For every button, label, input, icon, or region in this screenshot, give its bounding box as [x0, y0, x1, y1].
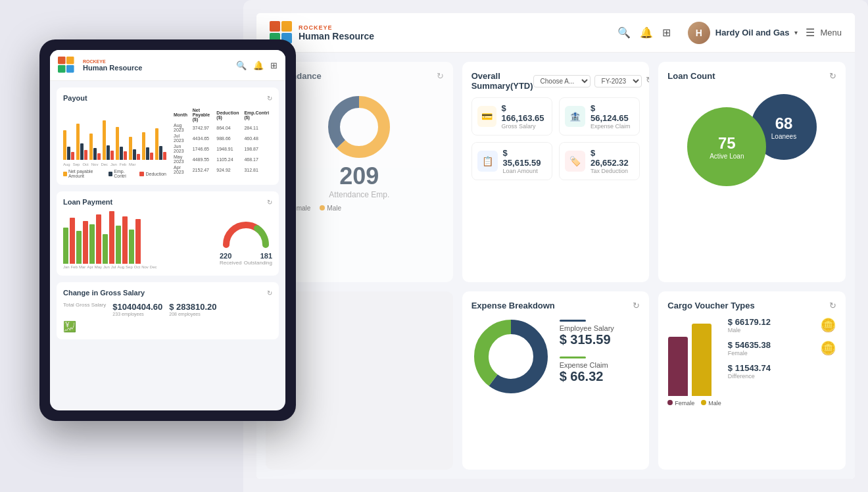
- overall-summary-card: Overall Summary(YTD) Choose A... FY-2023…: [462, 62, 650, 282]
- lb9: [116, 226, 121, 264]
- cargo-voucher-refresh[interactable]: ↻: [829, 301, 836, 310]
- expense-claim-value: $ 66.32: [560, 369, 640, 384]
- tablet-loan-refresh[interactable]: ↻: [267, 199, 272, 206]
- expense-claim-value: $ 56,124.65: [591, 103, 634, 123]
- expense-breakdown-refresh[interactable]: ↻: [633, 301, 640, 310]
- gauge-svg: [220, 215, 272, 248]
- cargo-content: Female Male $ 66179.12 Male 🪙: [667, 317, 836, 406]
- tablet-salary-title: Change in Gross Salary: [63, 289, 145, 297]
- company-name: Hardy Oil and Gas: [715, 28, 790, 37]
- summary-filter-area[interactable]: Choose A...: [533, 75, 591, 87]
- active-loan-circle: 75 Active Loan: [687, 107, 766, 186]
- coins-icon-male: 🪙: [820, 317, 836, 333]
- attendance-header: Attendance ↻: [275, 71, 444, 81]
- summary-refresh-icon[interactable]: ↻: [646, 75, 650, 87]
- bar-ded-feb: [150, 153, 153, 160]
- loan-amount-label: Loan Amount: [503, 168, 546, 174]
- table-row: Aug 20233742.97864.04284.11: [172, 122, 272, 133]
- cargo-bar-chart: [668, 317, 721, 396]
- bar-netpay-sep: [76, 124, 80, 160]
- salary-content: Total Gross Salary $1040404.60 233 emplo…: [63, 302, 272, 316]
- tablet-loan-title: Loan Payment: [63, 198, 112, 206]
- tablet-bell-icon[interactable]: 🔔: [253, 61, 264, 70]
- attendance-count: 209: [281, 162, 437, 190]
- search-icon[interactable]: 🔍: [617, 26, 631, 39]
- svg-rect-10: [58, 65, 66, 73]
- payout-table: Month Net Payable ($) Deduction ($) Emp.…: [172, 107, 272, 178]
- male-legend: Male: [701, 400, 721, 406]
- avatar: H: [688, 22, 710, 44]
- expense-claim-type: Expense Claim: [560, 361, 640, 369]
- female-legend: Female: [667, 400, 694, 406]
- lb11: [129, 230, 134, 264]
- loan-bars: [63, 211, 213, 264]
- bell-icon[interactable]: 🔔: [640, 26, 653, 39]
- attendance-refresh[interactable]: ↻: [437, 71, 444, 81]
- expense-claim-info: $ 56,124.65 Expense Claim: [591, 103, 634, 130]
- summary-expense-claim: 🏦 $ 56,124.65 Expense Claim: [559, 97, 640, 135]
- header-user: H Hardy Oil and Gas ▾ ☰ Menu: [688, 22, 842, 44]
- bar-dec: [116, 127, 127, 160]
- tablet-grid-icon[interactable]: ⊞: [270, 61, 277, 70]
- received-count: 220: [220, 252, 231, 260]
- lb8: [109, 211, 114, 264]
- cargo-values: $ 66179.12 Male 🪙 $ 54635.38 Female 🪙: [728, 317, 836, 406]
- bar-ded-mar: [163, 152, 166, 160]
- expense-claim-label: Expense Claim: [591, 123, 634, 130]
- lb12: [135, 219, 141, 264]
- cargo-difference-label: Difference: [728, 373, 836, 380]
- lb4: [83, 221, 88, 264]
- received-label: Received: [220, 260, 241, 266]
- lb1: [63, 228, 68, 264]
- svg-rect-11: [66, 65, 74, 73]
- cargo-male-amount: $ 66179.12: [728, 317, 771, 327]
- attendance-male-legend: Male: [320, 205, 341, 212]
- salary-value1-item: $1040404.60 233 employees: [112, 302, 162, 316]
- bar-emp-dec: [120, 147, 123, 160]
- document-icon: 📋: [482, 156, 493, 166]
- bar-netpay-oct: [89, 134, 93, 160]
- loan-count-refresh-icon[interactable]: ↻: [829, 71, 836, 81]
- tablet-screen: ROCKEYE Human Resource 🔍 🔔 ⊞ Payout ↻: [50, 50, 285, 410]
- active-loan-label: Active Loan: [710, 153, 744, 160]
- hamburger-icon[interactable]: ☰: [806, 26, 815, 39]
- bank-icon: 🏦: [569, 111, 581, 122]
- salary-trend-icon: 💹: [63, 321, 76, 332]
- bar-sep: [76, 124, 87, 160]
- donut-svg: [471, 317, 550, 396]
- bar-emp-sep: [80, 143, 84, 160]
- logo-rockeye: ROCKEYE: [299, 24, 374, 31]
- bar-netpay-feb: [142, 132, 145, 160]
- svg-rect-0: [270, 21, 280, 32]
- coins-icon-female: 🪙: [820, 340, 836, 356]
- legend-netpay-icon: [63, 172, 67, 176]
- summary-filter-year[interactable]: FY-2023: [594, 75, 642, 87]
- tablet-header: ROCKEYE Human Resource 🔍 🔔 ⊞: [50, 50, 285, 81]
- lb3: [76, 231, 82, 264]
- chevron-down-icon[interactable]: ▾: [794, 29, 798, 36]
- payout-legend: Net payable Amount Emp. Contri Deduction: [63, 169, 166, 178]
- bar-netpay-dec: [116, 127, 119, 160]
- tablet-hr: Human Resource: [83, 64, 142, 72]
- tablet-loan-header: Loan Payment ↻: [63, 198, 272, 206]
- expense-breakdown-card: Expense Breakdown ↻ Employee S: [462, 291, 650, 470]
- tablet-payout-refresh[interactable]: ↻: [267, 95, 272, 102]
- expense-breakdown-header: Expense Breakdown ↻: [471, 301, 640, 310]
- grid-icon[interactable]: ⊞: [662, 26, 671, 39]
- tablet-salary-refresh[interactable]: ↻: [267, 289, 272, 297]
- bar-emp-jan: [133, 149, 136, 160]
- employee-salary-item: Employee Salary $ 315.59: [560, 320, 640, 347]
- tablet-search-icon[interactable]: 🔍: [236, 61, 247, 70]
- tablet-payout-header: Payout ↻: [63, 94, 272, 102]
- loan-count-header: Loan Count ↻: [667, 71, 836, 81]
- bar-mar: [155, 128, 166, 160]
- header-icons: 🔍 🔔 ⊞: [617, 26, 671, 39]
- app-header: ROCKEYE Human Resource 🔍 🔔 ⊞ H Hardy Oil…: [256, 13, 855, 53]
- menu-label[interactable]: Menu: [820, 28, 842, 37]
- bar-netpay-jan: [129, 137, 132, 160]
- bar-feb: [142, 132, 153, 160]
- summary-gross-salary: 💳 $ 166,163.65 Gross Salary: [471, 97, 552, 135]
- cargo-male-item: $ 66179.12 Male 🪙: [728, 317, 836, 333]
- tablet-frame: ROCKEYE Human Resource 🔍 🔔 ⊞ Payout ↻: [39, 39, 296, 421]
- col-ded: Deduction ($): [214, 107, 242, 122]
